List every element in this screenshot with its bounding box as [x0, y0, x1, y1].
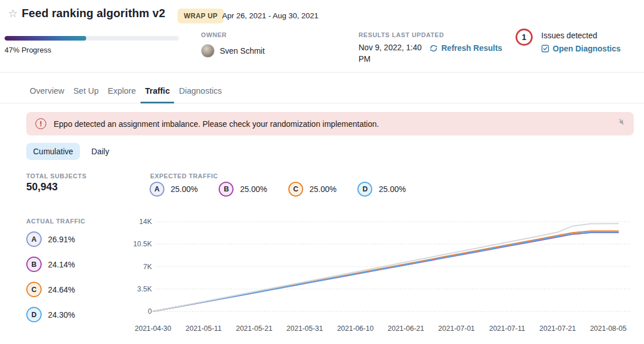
svg-text:2021-07-11: 2021-07-11 — [489, 325, 525, 333]
actual-variant-c-pct: 24.64% — [48, 285, 75, 294]
owner-label: OWNER — [201, 31, 227, 38]
variant-b-badge: B — [26, 257, 42, 272]
toggle-cumulative[interactable]: Cumulative — [26, 143, 80, 160]
variant-b-badge: B — [219, 182, 234, 197]
experiment-traffic-page: ☆ Feed ranking algorithm v2 WRAP UP Apr … — [0, 0, 644, 344]
refresh-results-button[interactable]: Refresh Results — [429, 43, 502, 53]
issues-detected-text: Issues detected — [541, 31, 597, 40]
total-subjects-label: TOTAL SUBJECTS — [26, 173, 87, 179]
progress-bar — [5, 36, 179, 41]
svg-text:14K: 14K — [139, 218, 152, 226]
progress-label: 47% Progress — [5, 46, 51, 54]
refresh-icon — [429, 44, 438, 53]
svg-text:2021-05-11: 2021-05-11 — [186, 325, 222, 333]
svg-text:2021-07-01: 2021-07-01 — [438, 325, 475, 333]
alert-message: Eppo detected an assignment imbalance. P… — [54, 119, 379, 129]
expected-variant-a: A 25.00% — [150, 182, 198, 197]
results-last-updated-value: Nov 9, 2022, 1:40 PM — [359, 42, 426, 65]
traffic-line-chart[interactable]: 03.5K7K10.5K14K2021-04-302021-05-112021-… — [130, 214, 634, 341]
expected-traffic-row: A 25.00% B 25.00% C 25.00% D 25.00% — [150, 182, 406, 197]
actual-variant-b-pct: 24.14% — [48, 260, 75, 269]
actual-variant-a-pct: 26.91% — [48, 235, 75, 244]
expected-traffic-label: EXPECTED TRAFFIC — [150, 173, 218, 179]
issues-count-badge: 1 — [516, 29, 533, 46]
tab-overview[interactable]: Overview — [25, 81, 69, 103]
progress-bar-fill — [5, 36, 86, 41]
page-title: Feed ranking algorithm v2 — [22, 7, 165, 20]
actual-variant-d: D 24.30% — [26, 307, 75, 322]
refresh-results-label: Refresh Results — [441, 43, 502, 53]
warning-icon: ! — [35, 118, 46, 129]
variant-d-badge: D — [357, 182, 372, 197]
results-last-updated-label: RESULTS LAST UPDATED — [359, 31, 444, 38]
svg-text:2021-06-21: 2021-06-21 — [388, 325, 424, 333]
svg-text:2021-05-31: 2021-05-31 — [287, 325, 323, 333]
assignment-imbalance-alert[interactable]: ! Eppo detected an assignment imbalance.… — [26, 112, 634, 135]
toggle-daily[interactable]: Daily — [84, 143, 116, 160]
variant-d-badge: D — [26, 307, 42, 322]
tab-set-up[interactable]: Set Up — [69, 81, 103, 103]
status-badge[interactable]: WRAP UP — [178, 9, 224, 23]
traffic-chart-svg: 03.5K7K10.5K14K2021-04-302021-05-112021-… — [130, 214, 634, 341]
expected-variant-b-pct: 25.00% — [240, 185, 267, 194]
favorite-star-icon[interactable]: ☆ — [8, 8, 18, 19]
actual-variant-d-pct: 24.30% — [48, 310, 75, 319]
actual-variant-a: A 26.91% — [26, 231, 75, 247]
actual-traffic-list: A 26.91% B 24.14% C 24.64% D 24.30% — [26, 231, 75, 322]
expected-variant-c-pct: 25.00% — [309, 185, 336, 194]
tab-explore[interactable]: Explore — [103, 81, 140, 103]
mouse-cursor — [617, 118, 624, 125]
open-diagnostics-label: Open Diagnostics — [553, 44, 621, 53]
svg-text:2021-05-21: 2021-05-21 — [236, 325, 272, 333]
owner-avatar[interactable] — [201, 44, 215, 58]
experiment-tabs: Overview Set Up Explore Traffic Diagnost… — [0, 81, 644, 103]
expected-variant-a-pct: 25.00% — [171, 185, 198, 194]
expected-variant-d-pct: 25.00% — [379, 185, 405, 194]
total-subjects-value: 50,943 — [26, 181, 58, 193]
expected-variant-d: D 25.00% — [357, 182, 405, 197]
svg-text:2021-04-30: 2021-04-30 — [135, 325, 171, 333]
svg-text:7K: 7K — [143, 263, 152, 271]
actual-variant-c: C 24.64% — [26, 282, 75, 297]
variant-a-badge: A — [150, 182, 164, 197]
svg-text:3.5K: 3.5K — [137, 285, 152, 293]
svg-text:0: 0 — [148, 307, 152, 315]
owner-name: Sven Schmit — [220, 46, 265, 55]
view-mode-toggle: Cumulative Daily — [26, 143, 116, 160]
svg-text:2021-06-10: 2021-06-10 — [337, 325, 373, 333]
tab-traffic[interactable]: Traffic — [140, 81, 175, 103]
expected-variant-c: C 25.00% — [288, 182, 336, 197]
svg-text:2021-07-21: 2021-07-21 — [540, 325, 576, 333]
diagnostics-checkbox-icon — [541, 45, 549, 53]
expected-variant-b: B 25.00% — [219, 182, 267, 197]
experiment-header: ☆ Feed ranking algorithm v2 WRAP UP Apr … — [0, 0, 644, 73]
svg-text:10.5K: 10.5K — [133, 240, 152, 248]
actual-traffic-label: ACTUAL TRAFFIC — [26, 218, 86, 225]
actual-variant-b: B 24.14% — [26, 257, 75, 272]
experiment-date-range: Apr 26, 2021 - Aug 30, 2021 — [222, 11, 319, 20]
open-diagnostics-button[interactable]: Open Diagnostics — [541, 44, 621, 53]
tab-diagnostics[interactable]: Diagnostics — [174, 81, 226, 103]
variant-c-badge: C — [288, 182, 303, 197]
variant-c-badge: C — [26, 282, 42, 297]
variant-a-badge: A — [26, 231, 42, 247]
svg-text:2021-08-05: 2021-08-05 — [590, 325, 626, 333]
